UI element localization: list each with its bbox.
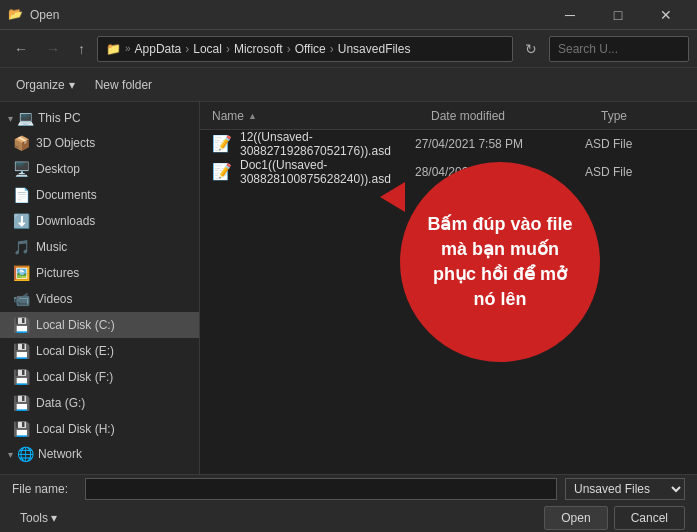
sidebar-group-network[interactable]: ▾ 🌐 Network — [0, 442, 199, 466]
toolbar: Organize ▾ New folder — [0, 68, 697, 102]
bottom-buttons-row: Tools ▾ Open Cancel — [12, 506, 685, 530]
cancel-button[interactable]: Cancel — [614, 506, 685, 530]
file-type-cell: ASD File — [585, 165, 685, 179]
forward-button[interactable]: → — [40, 37, 66, 61]
downloads-icon: ⬇️ — [12, 213, 30, 229]
local-disk-f-icon: 💾 — [12, 369, 30, 385]
local-disk-c-icon: 💾 — [12, 317, 30, 333]
network-label: Network — [38, 447, 82, 461]
file-type-select[interactable]: Unsaved Files — [565, 478, 685, 500]
sidebar-group-this-pc[interactable]: ▾ 💻 This PC — [0, 106, 199, 130]
main-layout: ▾ 💻 This PC 📦 3D Objects 🖥️ Desktop 📄 Do… — [0, 102, 697, 474]
sidebar-item-data-g[interactable]: 💾 Data (G:) — [0, 390, 199, 416]
refresh-button[interactable]: ↻ — [519, 37, 543, 61]
3d-objects-label: 3D Objects — [36, 136, 95, 150]
sidebar-item-music[interactable]: 🎵 Music — [0, 234, 199, 260]
file-name-row: File name: Unsaved Files — [12, 478, 685, 500]
address-path[interactable]: 📁 » AppData › Local › Microsoft › Office… — [97, 36, 513, 62]
local-disk-e-icon: 💾 — [12, 343, 30, 359]
sidebar: ▾ 💻 This PC 📦 3D Objects 🖥️ Desktop 📄 Do… — [0, 102, 200, 474]
tooltip-text: Bấm đúp vào file mà bạn muốn phục hồi để… — [420, 212, 580, 313]
file-name-label: File name: — [12, 482, 77, 496]
file-area: Name ▲ Date modified Type 📝 12((Unsaved-… — [200, 102, 697, 474]
title-bar: 📂 Open ─ □ ✕ — [0, 0, 697, 30]
search-input[interactable] — [549, 36, 689, 62]
sidebar-item-local-disk-f[interactable]: 💾 Local Disk (F:) — [0, 364, 199, 390]
path-local: Local — [193, 42, 222, 56]
pictures-icon: 🖼️ — [12, 265, 30, 281]
column-headers: Name ▲ Date modified Type — [200, 102, 697, 130]
open-button[interactable]: Open — [544, 506, 607, 530]
sidebar-item-documents[interactable]: 📄 Documents — [0, 182, 199, 208]
title-bar-controls: ─ □ ✕ — [547, 0, 689, 30]
tools-area: Tools ▾ — [12, 508, 65, 528]
desktop-icon: 🖥️ — [12, 161, 30, 177]
col-header-name[interactable]: Name ▲ — [204, 102, 423, 129]
path-appdata: AppData — [135, 42, 182, 56]
sidebar-item-local-disk-c[interactable]: 💾 Local Disk (C:) — [0, 312, 199, 338]
documents-label: Documents — [36, 188, 97, 202]
this-pc-icon: 💻 — [17, 110, 34, 126]
file-date-cell: 27/04/2021 7:58 PM — [415, 137, 585, 151]
table-row[interactable]: 📝 12((Unsaved-308827192867052176)).asd 2… — [200, 130, 697, 158]
tools-arrow-icon: ▾ — [51, 511, 57, 525]
pictures-label: Pictures — [36, 266, 79, 280]
title-bar-icon: 📂 — [8, 7, 24, 23]
title-bar-text: Open — [30, 8, 59, 22]
sidebar-item-local-disk-h[interactable]: 💾 Local Disk (H:) — [0, 416, 199, 442]
path-icon: 📁 — [106, 42, 121, 56]
music-label: Music — [36, 240, 67, 254]
organize-arrow-icon: ▾ — [69, 78, 75, 92]
sidebar-item-3d-objects[interactable]: 📦 3D Objects — [0, 130, 199, 156]
music-icon: 🎵 — [12, 239, 30, 255]
sort-arrow-icon: ▲ — [248, 111, 257, 121]
3d-objects-icon: 📦 — [12, 135, 30, 151]
file-icon: 📝 — [212, 134, 232, 153]
path-office: Office — [295, 42, 326, 56]
local-disk-f-label: Local Disk (F:) — [36, 370, 113, 384]
downloads-label: Downloads — [36, 214, 95, 228]
network-expand-icon: ▾ — [8, 449, 13, 460]
sidebar-item-local-disk-e[interactable]: 💾 Local Disk (E:) — [0, 338, 199, 364]
network-icon: 🌐 — [17, 446, 34, 462]
sidebar-item-downloads[interactable]: ⬇️ Downloads — [0, 208, 199, 234]
local-disk-e-label: Local Disk (E:) — [36, 344, 114, 358]
local-disk-c-label: Local Disk (C:) — [36, 318, 115, 332]
documents-icon: 📄 — [12, 187, 30, 203]
data-g-icon: 💾 — [12, 395, 30, 411]
bottom-bar: File name: Unsaved Files Tools ▾ Open Ca… — [0, 474, 697, 532]
videos-icon: 📹 — [12, 291, 30, 307]
back-button[interactable]: ← — [8, 37, 34, 61]
file-name-input[interactable] — [85, 478, 557, 500]
sidebar-item-desktop[interactable]: 🖥️ Desktop — [0, 156, 199, 182]
maximize-button[interactable]: □ — [595, 0, 641, 30]
file-type-cell: ASD File — [585, 137, 685, 151]
close-button[interactable]: ✕ — [643, 0, 689, 30]
address-bar: ← → ↑ 📁 » AppData › Local › Microsoft › … — [0, 30, 697, 68]
desktop-label: Desktop — [36, 162, 80, 176]
col-header-date[interactable]: Date modified — [423, 102, 593, 129]
organize-label: Organize — [16, 78, 65, 92]
new-folder-button[interactable]: New folder — [87, 74, 160, 96]
expand-icon: ▾ — [8, 113, 13, 124]
up-button[interactable]: ↑ — [72, 37, 91, 61]
local-disk-h-icon: 💾 — [12, 421, 30, 437]
local-disk-h-label: Local Disk (H:) — [36, 422, 115, 436]
sidebar-item-videos[interactable]: 📹 Videos — [0, 286, 199, 312]
path-unsavedfiles: UnsavedFiles — [338, 42, 411, 56]
data-g-label: Data (G:) — [36, 396, 85, 410]
col-header-type[interactable]: Type — [593, 102, 693, 129]
path-microsoft: Microsoft — [234, 42, 283, 56]
file-icon: 📝 — [212, 162, 232, 181]
new-folder-label: New folder — [95, 78, 152, 92]
tooltip-bubble: Bấm đúp vào file mà bạn muốn phục hồi để… — [400, 162, 600, 362]
this-pc-label: This PC — [38, 111, 81, 125]
organize-button[interactable]: Organize ▾ — [8, 74, 83, 96]
sidebar-item-pictures[interactable]: 🖼️ Pictures — [0, 260, 199, 286]
file-name-cell: 📝 12((Unsaved-308827192867052176)).asd — [212, 130, 415, 158]
minimize-button[interactable]: ─ — [547, 0, 593, 30]
tools-button[interactable]: Tools ▾ — [12, 508, 65, 528]
videos-label: Videos — [36, 292, 72, 306]
